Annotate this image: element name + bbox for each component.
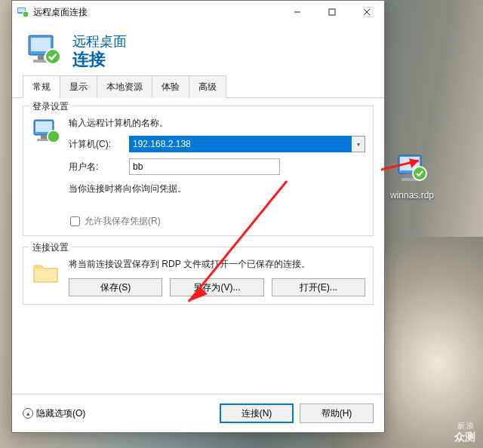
login-computer-icon	[31, 117, 61, 198]
svg-rect-9	[329, 9, 335, 15]
svg-rect-18	[35, 121, 52, 132]
save-button[interactable]: 保存(S)	[69, 278, 162, 296]
watermark-line1: 新浪	[454, 422, 475, 431]
tab-display[interactable]: 显示	[60, 75, 97, 98]
dialog-banner: 远程桌面 连接	[12, 23, 384, 75]
chevron-down-icon: ▾	[357, 141, 360, 148]
tab-panel-general: 登录设置 输入远程计算机的名称。 计算机(C): ▾	[12, 98, 384, 394]
app-icon	[17, 6, 29, 18]
desktop-rdp-file[interactable]: winnas.rdp	[385, 151, 439, 201]
open-button[interactable]: 打开(E)...	[272, 278, 365, 296]
tab-local-resources[interactable]: 本地资源	[97, 75, 152, 98]
help-button[interactable]: 帮助(H)	[300, 404, 374, 423]
folder-icon	[31, 258, 61, 296]
login-settings-group: 登录设置 输入远程计算机的名称。 计算机(C): ▾	[23, 106, 374, 236]
hide-options-toggle[interactable]: ▴ 隐藏选项(O)	[23, 407, 214, 420]
banner-line1: 远程桌面	[72, 32, 127, 51]
svg-rect-19	[41, 135, 47, 139]
computer-dropdown-button[interactable]: ▾	[352, 136, 365, 152]
titlebar[interactable]: 远程桌面连接	[12, 1, 384, 23]
desktop-file-label: winnas.rdp	[385, 190, 439, 201]
conn-desc: 将当前连接设置保存到 RDP 文件或打开一个已保存的连接。	[69, 258, 365, 271]
credentials-hint: 当你连接时将向你询问凭据。	[69, 183, 365, 195]
computer-input[interactable]	[129, 136, 352, 152]
save-credentials-checkbox[interactable]	[70, 216, 80, 226]
conn-group-title: 连接设置	[29, 241, 72, 254]
svg-point-7	[23, 11, 29, 17]
svg-rect-14	[38, 55, 44, 60]
svg-point-4	[413, 167, 426, 180]
minimize-button[interactable]	[280, 1, 315, 23]
banner-line2: 连接	[72, 51, 127, 69]
rdp-file-icon	[394, 151, 430, 187]
computer-label: 计算机(C):	[69, 138, 123, 151]
tab-advanced[interactable]: 高级	[189, 75, 226, 98]
rdp-dialog: 远程桌面连接 远程桌面 连接 常规 显示 本地资源 体验 高级 登录设置	[11, 0, 385, 433]
hide-options-label: 隐藏选项(O)	[36, 407, 85, 420]
watermark: 新浪 众测	[454, 422, 475, 443]
connect-button[interactable]: 连接(N)	[220, 404, 294, 423]
collapse-up-icon: ▴	[23, 408, 33, 419]
login-prompt: 输入远程计算机的名称。	[69, 117, 365, 130]
maximize-button[interactable]	[315, 1, 349, 23]
tab-general[interactable]: 常规	[23, 75, 60, 98]
save-as-button[interactable]: 另存为(V)...	[170, 278, 263, 296]
tabs: 常规 显示 本地资源 体验 高级	[12, 75, 384, 98]
window-title: 远程桌面连接	[33, 6, 280, 19]
banner-computer-icon	[26, 32, 62, 69]
login-group-title: 登录设置	[29, 100, 72, 113]
close-button[interactable]	[349, 1, 384, 23]
save-credentials-label: 允许我保存凭据(R)	[85, 215, 161, 228]
dialog-footer: ▴ 隐藏选项(O) 连接(N) 帮助(H)	[12, 394, 384, 432]
svg-point-21	[48, 130, 60, 143]
svg-rect-13	[31, 38, 51, 51]
username-label: 用户名:	[69, 161, 123, 173]
username-input[interactable]	[129, 158, 280, 175]
watermark-line2: 众测	[454, 431, 475, 443]
tab-experience[interactable]: 体验	[152, 75, 189, 98]
connection-settings-group: 连接设置 将当前连接设置保存到 RDP 文件或打开一个已保存的连接。 保存(S)…	[23, 247, 374, 305]
